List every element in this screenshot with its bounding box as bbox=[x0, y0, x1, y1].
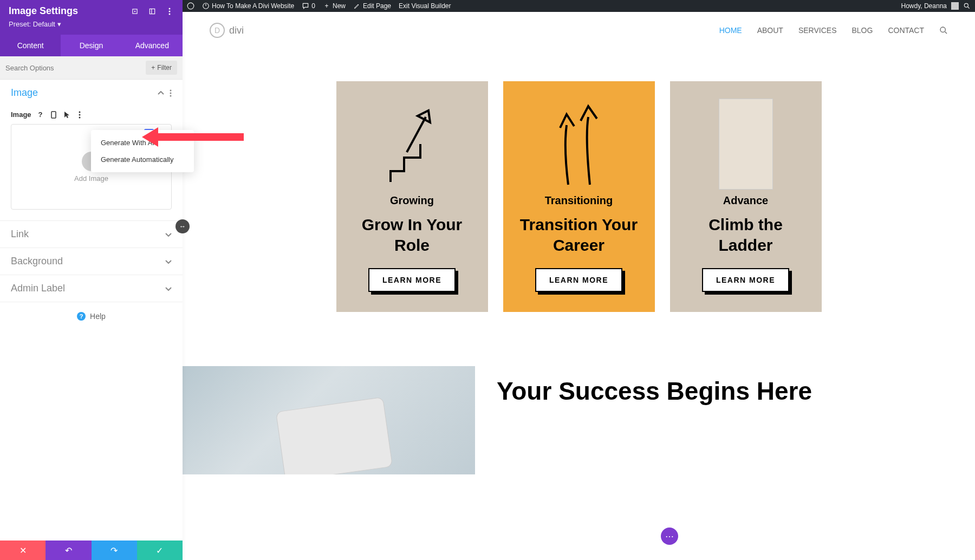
tab-design[interactable]: Design bbox=[61, 35, 121, 56]
section-title: Background bbox=[11, 256, 63, 267]
svg-point-0 bbox=[187, 3, 194, 9]
svg-point-8 bbox=[169, 10, 171, 12]
svg-point-12 bbox=[170, 95, 172, 96]
tab-advanced[interactable]: Advanced bbox=[122, 35, 183, 56]
cancel-button[interactable]: ✕ bbox=[0, 541, 46, 560]
comments-link[interactable]: 0 bbox=[302, 2, 315, 10]
svg-point-14 bbox=[79, 111, 80, 113]
generate-automatically-item[interactable]: Generate Automatically bbox=[91, 151, 194, 168]
page-canvas: D divi HOME ABOUT SERVICES BLOG CONTACT … bbox=[183, 12, 975, 560]
card-subtitle: Transitioning bbox=[545, 194, 613, 207]
card-title: Transition Your Career bbox=[514, 214, 644, 255]
section-title: Link bbox=[11, 229, 29, 240]
svg-point-7 bbox=[169, 8, 171, 9]
card-title: Climb the Ladder bbox=[681, 214, 811, 255]
resize-handle[interactable]: ↔ bbox=[176, 219, 190, 233]
site-title-link[interactable]: How To Make A Divi Website bbox=[202, 2, 294, 10]
card-icon bbox=[347, 96, 477, 191]
search-icon[interactable] bbox=[939, 26, 948, 35]
pencil-icon bbox=[353, 2, 361, 10]
svg-rect-5 bbox=[150, 9, 154, 14]
panel-icon[interactable] bbox=[148, 7, 157, 16]
svg-point-16 bbox=[79, 116, 80, 118]
plus-icon: + bbox=[323, 2, 330, 10]
plus-icon: + bbox=[151, 64, 155, 71]
hero-title: Your Success Begins Here bbox=[497, 377, 812, 406]
exit-vb-link[interactable]: Exit Visual Builder bbox=[399, 2, 451, 10]
builder-fab[interactable]: ⋯ bbox=[661, 528, 678, 545]
filter-button[interactable]: +Filter bbox=[146, 61, 177, 75]
learn-more-button[interactable]: LEARN MORE bbox=[368, 268, 456, 292]
settings-tabs: Content Design Advanced bbox=[0, 35, 183, 56]
svg-point-4 bbox=[134, 10, 135, 11]
settings-sidebar: Image Settings Preset: Default ▾ Content… bbox=[0, 0, 183, 560]
help-icon: ? bbox=[77, 312, 86, 321]
more-icon[interactable] bbox=[76, 111, 83, 119]
logo-text: divi bbox=[229, 25, 244, 36]
learn-more-button[interactable]: LEARN MORE bbox=[535, 268, 622, 292]
wp-admin-bar: How To Make A Divi Website 0 +New Edit P… bbox=[183, 0, 975, 12]
nav-contact[interactable]: CONTACT bbox=[888, 26, 924, 35]
dashboard-icon bbox=[202, 2, 210, 10]
sidebar-title: Image Settings bbox=[9, 5, 78, 17]
chevron-down-icon bbox=[165, 259, 172, 264]
chevron-down-icon bbox=[165, 286, 172, 291]
avatar[interactable] bbox=[951, 2, 959, 10]
more-icon[interactable] bbox=[165, 7, 174, 16]
logo-icon: D bbox=[210, 23, 225, 38]
nav-home[interactable]: HOME bbox=[719, 26, 742, 35]
card-growing: Growing Grow In Your Role LEARN MORE bbox=[336, 81, 488, 312]
new-link[interactable]: +New bbox=[323, 2, 346, 10]
expand-icon[interactable] bbox=[131, 7, 139, 16]
search-row: +Filter bbox=[0, 56, 183, 80]
nav-services[interactable]: SERVICES bbox=[798, 26, 837, 35]
card-subtitle: Advance bbox=[723, 194, 768, 207]
nav-blog[interactable]: BLOG bbox=[851, 26, 873, 35]
wordpress-icon[interactable] bbox=[187, 2, 194, 10]
svg-point-11 bbox=[170, 92, 172, 94]
search-input[interactable] bbox=[5, 64, 146, 72]
card-subtitle: Growing bbox=[390, 194, 434, 207]
card-transitioning: Transitioning Transition Your Career LEA… bbox=[503, 81, 655, 312]
hero-section: Your Success Begins Here bbox=[183, 334, 975, 474]
image-field-label: Image bbox=[11, 110, 31, 119]
learn-more-button[interactable]: LEARN MORE bbox=[702, 268, 789, 292]
greeting[interactable]: Howdy, Deanna bbox=[901, 2, 947, 10]
help-link[interactable]: ? Help bbox=[0, 302, 183, 330]
annotation-arrow bbox=[157, 133, 244, 141]
redo-button[interactable]: ↷ bbox=[92, 541, 137, 560]
search-icon[interactable] bbox=[963, 2, 971, 10]
more-icon[interactable] bbox=[170, 89, 172, 97]
tab-content[interactable]: Content bbox=[0, 35, 61, 56]
section-link-header[interactable]: Link bbox=[0, 221, 183, 248]
svg-point-10 bbox=[170, 89, 172, 91]
chevron-up-icon bbox=[158, 91, 164, 95]
cursor-icon[interactable] bbox=[63, 111, 70, 119]
bottom-actions: ✕ ↶ ↷ ✓ bbox=[0, 541, 183, 560]
svg-rect-13 bbox=[51, 112, 56, 118]
svg-point-20 bbox=[940, 27, 945, 32]
chevron-down-icon bbox=[165, 232, 172, 237]
sidebar-header: Image Settings Preset: Default ▾ bbox=[0, 0, 183, 35]
section-title: Image bbox=[11, 87, 38, 99]
add-image-label: Add Image bbox=[74, 174, 108, 183]
preset-selector[interactable]: Preset: Default ▾ bbox=[9, 20, 174, 28]
section-admin-label-header[interactable]: Admin Label bbox=[0, 275, 183, 302]
save-button[interactable]: ✓ bbox=[137, 541, 183, 560]
comment-icon bbox=[302, 2, 309, 10]
svg-point-15 bbox=[79, 114, 80, 115]
mobile-icon[interactable] bbox=[50, 111, 57, 119]
card-advance: Advance Climb the Ladder LEARN MORE bbox=[670, 81, 822, 312]
edit-page-link[interactable]: Edit Page bbox=[353, 2, 391, 10]
undo-button[interactable]: ↶ bbox=[46, 541, 91, 560]
nav-about[interactable]: ABOUT bbox=[757, 26, 783, 35]
main-nav: HOME ABOUT SERVICES BLOG CONTACT bbox=[719, 26, 948, 35]
svg-point-9 bbox=[169, 13, 171, 15]
section-background-header[interactable]: Background bbox=[0, 248, 183, 275]
help-label: Help bbox=[90, 312, 106, 321]
help-icon[interactable]: ? bbox=[37, 111, 44, 119]
hero-image bbox=[183, 366, 475, 474]
site-header: D divi HOME ABOUT SERVICES BLOG CONTACT bbox=[183, 12, 975, 49]
section-image-header[interactable]: Image bbox=[0, 80, 183, 106]
site-logo[interactable]: D divi bbox=[210, 23, 244, 38]
